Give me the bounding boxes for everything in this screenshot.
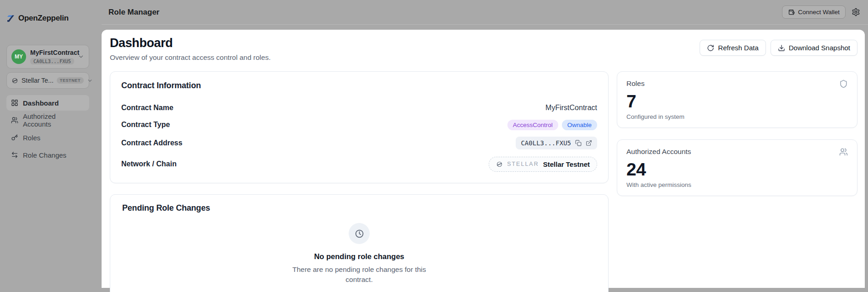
contract-information-title: Contract Information: [121, 81, 597, 90]
page-title: Dashboard: [110, 36, 270, 50]
contract-selector-name: MyFirstContract: [30, 49, 79, 56]
brand: OpenZeppelin: [6, 14, 69, 23]
gear-icon[interactable]: [852, 8, 860, 16]
wallet-icon: [788, 9, 795, 16]
app-title: Role Manager: [108, 8, 159, 17]
clock-icon: [349, 223, 370, 244]
roles-stat-sub: Configured in system: [626, 113, 848, 120]
refresh-data-label: Refresh Data: [718, 44, 758, 52]
stellar-icon: [496, 161, 503, 168]
empty-state-title: No pending role changes: [314, 252, 404, 261]
network-pill: STELLAR Stellar Testnet: [489, 157, 597, 172]
chevron-down-icon: [87, 78, 93, 84]
top-header: Role Manager Connect Wallet: [102, 0, 868, 25]
sidebar-item-roles[interactable]: Roles: [6, 130, 89, 145]
sidebar-item-dashboard[interactable]: Dashboard: [6, 95, 89, 111]
pending-role-changes-card: Pending Role Changes No pending role cha…: [110, 194, 609, 292]
network-prefix: STELLAR: [507, 161, 539, 167]
contract-address-label: Contract Address: [121, 139, 183, 147]
contract-type-row: Contract Type AccessControl Ownable: [121, 119, 597, 131]
download-snapshot-button[interactable]: Download Snapshot: [771, 40, 857, 56]
sidebar-item-role-changes[interactable]: Role Changes: [6, 147, 89, 163]
contract-selector-address: CA0LL3...FXU5: [30, 58, 74, 64]
network-chain-label: Network / Chain: [121, 160, 177, 168]
accounts-stat-label: Authorized Accounts: [626, 148, 691, 156]
sidebar-nav: Dashboard Authorized Accounts Roles Role…: [6, 95, 89, 165]
pending-empty-state: No pending role changes There are no pen…: [122, 223, 596, 285]
pending-role-changes-title: Pending Role Changes: [122, 203, 596, 213]
accounts-stat-sub: With active permissions: [626, 181, 848, 188]
contract-address-value: CA0LL3...FXU5: [521, 139, 571, 147]
sidebar-item-label: Authorized Accounts: [23, 112, 85, 128]
network-selector[interactable]: Stellar Te... TESTNET: [6, 72, 89, 89]
main-panel: Dashboard Overview of your contract acce…: [102, 30, 865, 288]
refresh-icon: [707, 44, 714, 52]
testnet-badge: TESTNET: [57, 77, 84, 84]
sidebar-item-label: Role Changes: [23, 151, 66, 159]
users-icon: [839, 148, 848, 156]
roles-stat-label: Roles: [626, 80, 645, 88]
grid-icon: [11, 99, 18, 106]
ownable-badge: Ownable: [562, 120, 597, 130]
connect-wallet-button[interactable]: Connect Wallet: [782, 5, 846, 19]
openzeppelin-logo-icon: [6, 14, 15, 23]
users-icon: [11, 117, 18, 124]
key-icon: [11, 134, 18, 141]
stellar-icon: [11, 77, 18, 84]
sidebar-item-authorized-accounts[interactable]: Authorized Accounts: [6, 112, 89, 128]
contract-selector[interactable]: MY MyFirstContract CA0LL3...FXU5: [6, 45, 89, 69]
network-selector-name: Stellar Te...: [22, 77, 54, 84]
authorized-accounts-stat-card: Authorized Accounts 24 With active permi…: [617, 139, 857, 196]
contract-name-label: Contract Name: [121, 104, 173, 112]
accesscontrol-badge: AccessControl: [507, 120, 558, 130]
refresh-data-button[interactable]: Refresh Data: [700, 40, 766, 56]
copy-icon[interactable]: [575, 140, 582, 146]
empty-state-body: There are no pending role changes for th…: [280, 265, 438, 285]
download-snapshot-label: Download Snapshot: [789, 44, 850, 52]
network-chain-row: Network / Chain STELLAR Stellar Testnet: [121, 156, 597, 172]
page-subtitle: Overview of your contract access control…: [110, 53, 270, 62]
roles-stat-card: Roles 7 Configured in system: [617, 71, 857, 128]
sidebar-item-label: Roles: [23, 134, 40, 142]
external-link-icon[interactable]: [586, 140, 592, 146]
accounts-count: 24: [626, 160, 848, 178]
roles-count: 7: [626, 92, 848, 110]
contract-address-row: Contract Address CA0LL3...FXU5: [121, 136, 597, 150]
sidebar: OpenZeppelin MY MyFirstContract CA0LL3..…: [0, 0, 102, 292]
contract-name-value: MyFirstContract: [545, 104, 597, 112]
shield-icon: [839, 80, 848, 88]
contract-type-label: Contract Type: [121, 121, 170, 129]
sidebar-item-label: Dashboard: [23, 99, 59, 107]
brand-name: OpenZeppelin: [18, 14, 69, 23]
network-value: Stellar Testnet: [543, 160, 590, 168]
chevron-down-icon: [78, 53, 84, 60]
contract-name-row: Contract Name MyFirstContract: [121, 102, 597, 113]
contract-avatar: MY: [11, 49, 26, 64]
connect-wallet-label: Connect Wallet: [798, 9, 840, 16]
download-icon: [778, 44, 785, 52]
contract-information-card: Contract Information Contract Name MyFir…: [110, 71, 609, 183]
contract-address-chip: CA0LL3...FXU5: [516, 137, 597, 149]
swap-icon: [11, 151, 18, 159]
